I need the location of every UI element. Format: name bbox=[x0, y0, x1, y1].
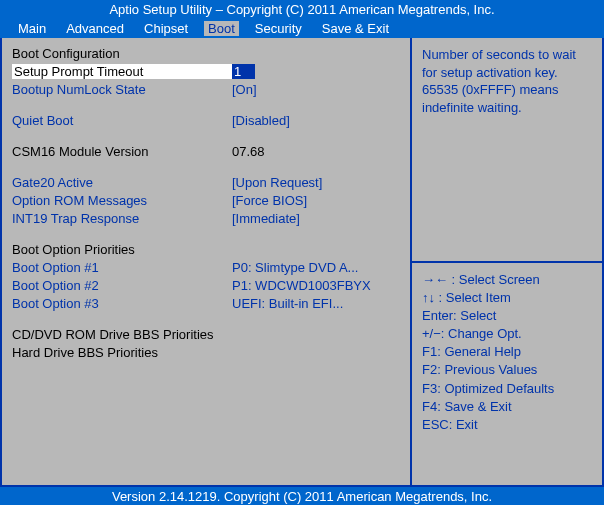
menu-bar: Main Advanced Chipset Boot Security Save… bbox=[0, 19, 604, 38]
key-f3: F3: Optimized Defaults bbox=[422, 380, 592, 398]
help-description: Number of seconds to wait for setup acti… bbox=[412, 38, 602, 263]
section-boot-config: Boot Configuration bbox=[12, 46, 232, 61]
boot3-value[interactable]: UEFI: Built-in EFI... bbox=[232, 296, 343, 311]
menu-boot[interactable]: Boot bbox=[204, 21, 239, 36]
gate20-label: Gate20 Active bbox=[12, 175, 232, 190]
numlock-value[interactable]: [On] bbox=[232, 82, 257, 97]
key-enter: Enter: Select bbox=[422, 307, 592, 325]
menu-main[interactable]: Main bbox=[14, 21, 50, 36]
boot1-label: Boot Option #1 bbox=[12, 260, 232, 275]
cddvd-bbs[interactable]: CD/DVD ROM Drive BBS Priorities bbox=[12, 327, 214, 342]
setup-prompt-value[interactable]: 1 bbox=[232, 64, 255, 79]
boot-option-1-row[interactable]: Boot Option #1 P0: Slimtype DVD A... bbox=[12, 260, 400, 275]
section-boot-priorities: Boot Option Priorities bbox=[12, 242, 232, 257]
menu-security[interactable]: Security bbox=[251, 21, 306, 36]
key-legend: →← : Select Screen ↑↓ : Select Item Ente… bbox=[412, 263, 602, 486]
help-panel: Number of seconds to wait for setup acti… bbox=[412, 38, 602, 485]
boot2-label: Boot Option #2 bbox=[12, 278, 232, 293]
oprom-label: Option ROM Messages bbox=[12, 193, 232, 208]
oprom-row[interactable]: Option ROM Messages [Force BIOS] bbox=[12, 193, 400, 208]
csm-label: CSM16 Module Version bbox=[12, 144, 232, 159]
csm-value: 07.68 bbox=[232, 144, 265, 159]
key-f4: F4: Save & Exit bbox=[422, 398, 592, 416]
int19-label: INT19 Trap Response bbox=[12, 211, 232, 226]
boot1-value[interactable]: P0: Slimtype DVD A... bbox=[232, 260, 358, 275]
settings-panel: Boot Configuration Setup Prompt Timeout … bbox=[2, 38, 412, 485]
key-change-opt: +/−: Change Opt. bbox=[422, 325, 592, 343]
csm-row: CSM16 Module Version 07.68 bbox=[12, 144, 400, 159]
boot-option-2-row[interactable]: Boot Option #2 P1: WDCWD1003FBYX bbox=[12, 278, 400, 293]
boot3-label: Boot Option #3 bbox=[12, 296, 232, 311]
gate20-row[interactable]: Gate20 Active [Upon Request] bbox=[12, 175, 400, 190]
menu-advanced[interactable]: Advanced bbox=[62, 21, 128, 36]
key-f2: F2: Previous Values bbox=[422, 361, 592, 379]
key-esc: ESC: Exit bbox=[422, 416, 592, 434]
key-select-screen: →← : Select Screen bbox=[422, 271, 592, 289]
footer-bar: Version 2.14.1219. Copyright (C) 2011 Am… bbox=[0, 485, 604, 505]
int19-value[interactable]: [Immediate] bbox=[232, 211, 300, 226]
key-f1: F1: General Help bbox=[422, 343, 592, 361]
hdd-bbs[interactable]: Hard Drive BBS Priorities bbox=[12, 345, 158, 360]
content-area: Boot Configuration Setup Prompt Timeout … bbox=[0, 38, 604, 485]
quiet-boot-value[interactable]: [Disabled] bbox=[232, 113, 290, 128]
quiet-boot-label: Quiet Boot bbox=[12, 113, 232, 128]
quiet-boot-row[interactable]: Quiet Boot [Disabled] bbox=[12, 113, 400, 128]
numlock-label: Bootup NumLock State bbox=[12, 82, 232, 97]
numlock-row[interactable]: Bootup NumLock State [On] bbox=[12, 82, 400, 97]
boot2-value[interactable]: P1: WDCWD1003FBYX bbox=[232, 278, 371, 293]
menu-save-exit[interactable]: Save & Exit bbox=[318, 21, 393, 36]
gate20-value[interactable]: [Upon Request] bbox=[232, 175, 322, 190]
oprom-value[interactable]: [Force BIOS] bbox=[232, 193, 307, 208]
boot-option-3-row[interactable]: Boot Option #3 UEFI: Built-in EFI... bbox=[12, 296, 400, 311]
setup-prompt-label: Setup Prompt Timeout bbox=[12, 64, 232, 79]
int19-row[interactable]: INT19 Trap Response [Immediate] bbox=[12, 211, 400, 226]
title-bar: Aptio Setup Utility – Copyright (C) 2011… bbox=[0, 0, 604, 19]
setup-prompt-timeout-row[interactable]: Setup Prompt Timeout 1 bbox=[12, 64, 400, 79]
key-select-item: ↑↓ : Select Item bbox=[422, 289, 592, 307]
menu-chipset[interactable]: Chipset bbox=[140, 21, 192, 36]
